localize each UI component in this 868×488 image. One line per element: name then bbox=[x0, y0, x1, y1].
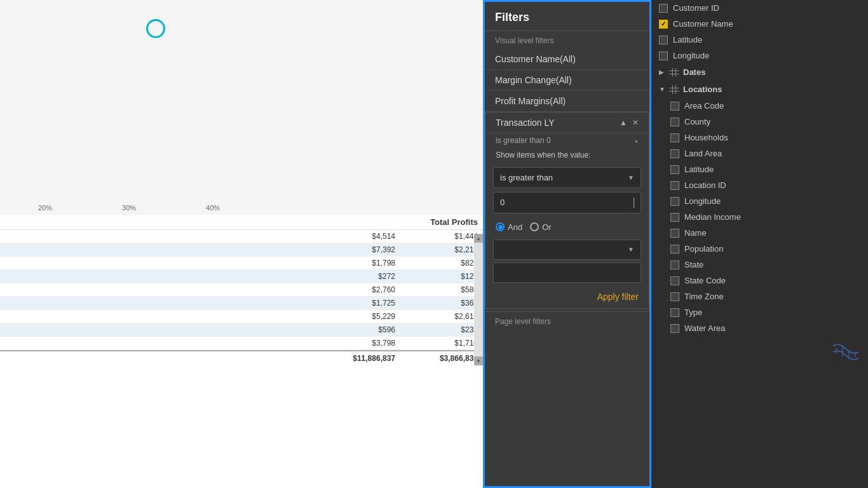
value-input-field[interactable] bbox=[500, 198, 631, 207]
scroll-up-button[interactable]: ▲ bbox=[474, 234, 483, 243]
cell-val1-6: $5,229 bbox=[313, 312, 395, 321]
checkbox-customer-name[interactable] bbox=[659, 20, 668, 29]
field-item-customer-name[interactable]: Customer Name bbox=[651, 16, 868, 32]
field-item-customer-id[interactable]: Customer ID bbox=[651, 0, 868, 16]
table-body: $4,514 $1,444 $7,392 $2,216 $1,798 $827 … bbox=[0, 230, 483, 350]
field-label-time-zone: Time Zone bbox=[684, 292, 724, 301]
checkbox-customer-id[interactable] bbox=[659, 4, 668, 13]
left-panel: 20% 30% 40% ▲ ▼ Total Profits bbox=[0, 0, 483, 488]
section-locations[interactable]: ▼ Locations bbox=[651, 81, 868, 98]
field-label-state-code: State Code bbox=[684, 276, 726, 285]
chart-circle bbox=[146, 19, 165, 38]
field-item-latitude[interactable]: Latitude bbox=[651, 161, 868, 177]
field-item-median-income[interactable]: Median Income bbox=[651, 209, 868, 225]
visual-level-label: Visual level filters bbox=[485, 31, 649, 49]
chevron-down-icon: ▼ bbox=[659, 86, 665, 93]
checkbox-state[interactable] bbox=[670, 261, 679, 269]
field-item-water-area[interactable]: Water Area bbox=[651, 320, 868, 336]
field-item-latitude-top[interactable]: Latitude bbox=[651, 32, 868, 48]
field-item-land-area[interactable]: Land Area bbox=[651, 146, 868, 161]
field-item-longitude[interactable]: Longitude bbox=[651, 193, 868, 209]
field-item-time-zone[interactable]: Time Zone bbox=[651, 288, 868, 304]
chevron-up-icon[interactable]: ▲ bbox=[620, 118, 627, 127]
pct-label-40: 40% bbox=[206, 204, 220, 212]
second-operator-dropdown[interactable]: ▼ bbox=[493, 240, 641, 260]
field-label-name: Name bbox=[684, 228, 707, 238]
filters-panel: Filters Visual level filters Customer Na… bbox=[483, 0, 651, 488]
field-label-water-area: Water Area bbox=[684, 323, 726, 333]
table-header: Total Profits bbox=[0, 215, 483, 230]
filter-customer-name[interactable]: Customer Name(All) bbox=[485, 49, 649, 70]
close-icon[interactable]: ✕ bbox=[632, 118, 639, 127]
transaction-ly-title: Transaction LY bbox=[496, 118, 614, 128]
checkbox-latitude-top[interactable] bbox=[659, 36, 668, 44]
cell-val2-1: $2,216 bbox=[395, 245, 478, 254]
checkbox-median-income[interactable] bbox=[670, 213, 679, 222]
filter-margin-change[interactable]: Margin Change(All) bbox=[485, 70, 649, 91]
pct-label-20: 20% bbox=[38, 204, 52, 212]
filter-profit-margins[interactable]: Profit Margins(All) bbox=[485, 91, 649, 112]
apply-filter-button[interactable]: Apply filter bbox=[485, 285, 649, 308]
cell-val1-3: $272 bbox=[313, 272, 395, 281]
checkbox-county[interactable] bbox=[670, 118, 679, 126]
field-item-area-code[interactable]: Area Code bbox=[651, 98, 868, 114]
operator-selected-label: is greater than bbox=[500, 173, 553, 182]
col-header-total-profits: Total Profits bbox=[363, 217, 478, 227]
checkbox-state-code[interactable] bbox=[670, 276, 679, 285]
field-item-name[interactable]: Name bbox=[651, 225, 868, 241]
field-item-state-code[interactable]: State Code bbox=[651, 273, 868, 288]
cell-val2-3: $128 bbox=[395, 272, 478, 281]
location-fields: Area CodeCountyHouseholdsLand AreaLatitu… bbox=[651, 98, 868, 336]
field-item-type[interactable]: Type bbox=[651, 304, 868, 320]
field-item-state[interactable]: State bbox=[651, 257, 868, 273]
checkbox-latitude[interactable] bbox=[670, 165, 679, 174]
table-row: $5,229 $2,613 bbox=[0, 310, 483, 323]
cell-val2-6: $2,613 bbox=[395, 312, 478, 321]
checkbox-time-zone[interactable] bbox=[670, 292, 679, 301]
footer-val1: $11,886,837 bbox=[313, 354, 395, 363]
field-label-longitude: Longitude bbox=[684, 196, 721, 206]
filter-transaction-ly: Transaction LY ▲ ✕ is greater than 0 ⬧ S… bbox=[485, 112, 649, 309]
chevron-right-icon: ▶ bbox=[659, 69, 665, 76]
show-items-label: Show items when the value: bbox=[485, 146, 649, 163]
checkbox-households[interactable] bbox=[670, 133, 679, 142]
field-label-longitude-top: Longitude bbox=[673, 51, 709, 60]
field-label-county: County bbox=[684, 117, 710, 126]
table-icon-locations bbox=[669, 85, 679, 94]
locations-section-label: Locations bbox=[683, 85, 722, 94]
field-item-population[interactable]: Population bbox=[651, 241, 868, 257]
value-input[interactable] bbox=[493, 192, 641, 214]
eraser-icon[interactable]: ⬧ bbox=[634, 137, 639, 144]
table-icon-dates bbox=[669, 68, 679, 77]
checkbox-location-id[interactable] bbox=[670, 181, 679, 190]
checkbox-land-area[interactable] bbox=[670, 149, 679, 158]
cell-val2-4: $580 bbox=[395, 285, 478, 294]
checkbox-population[interactable] bbox=[670, 245, 679, 254]
section-dates[interactable]: ▶ Dates bbox=[651, 64, 868, 81]
dates-section-label: Dates bbox=[683, 67, 705, 77]
condition-text: is greater than 0 bbox=[496, 136, 551, 145]
checkbox-longitude[interactable] bbox=[670, 197, 679, 206]
second-value-input[interactable] bbox=[493, 262, 641, 283]
table-row: $1,798 $827 bbox=[0, 257, 483, 270]
checkbox-water-area[interactable] bbox=[670, 324, 679, 333]
field-item-households[interactable]: Households bbox=[651, 130, 868, 146]
second-dropdown-arrow-icon: ▼ bbox=[628, 246, 634, 253]
cell-val1-7: $596 bbox=[313, 325, 395, 334]
checkbox-area-code[interactable] bbox=[670, 102, 679, 111]
checkbox-longitude-top[interactable] bbox=[659, 51, 668, 60]
field-item-longitude-top[interactable]: Longitude bbox=[651, 48, 868, 64]
checkbox-name[interactable] bbox=[670, 229, 679, 238]
field-item-location-id[interactable]: Location ID bbox=[651, 177, 868, 193]
scroll-down-button[interactable]: ▼ bbox=[474, 356, 483, 365]
table-row: $3,798 $1,710 bbox=[0, 337, 483, 350]
scroll-indicator[interactable]: ▲ ▼ bbox=[474, 234, 483, 365]
decoration-svg bbox=[830, 342, 862, 362]
field-label-land-area: Land Area bbox=[684, 149, 722, 158]
and-radio[interactable]: And bbox=[496, 222, 522, 232]
or-radio[interactable]: Or bbox=[530, 222, 551, 232]
checkbox-type[interactable] bbox=[670, 308, 679, 317]
field-label-latitude: Latitude bbox=[684, 165, 714, 174]
operator-dropdown[interactable]: is greater than ▼ bbox=[493, 167, 641, 188]
field-item-county[interactable]: County bbox=[651, 114, 868, 130]
